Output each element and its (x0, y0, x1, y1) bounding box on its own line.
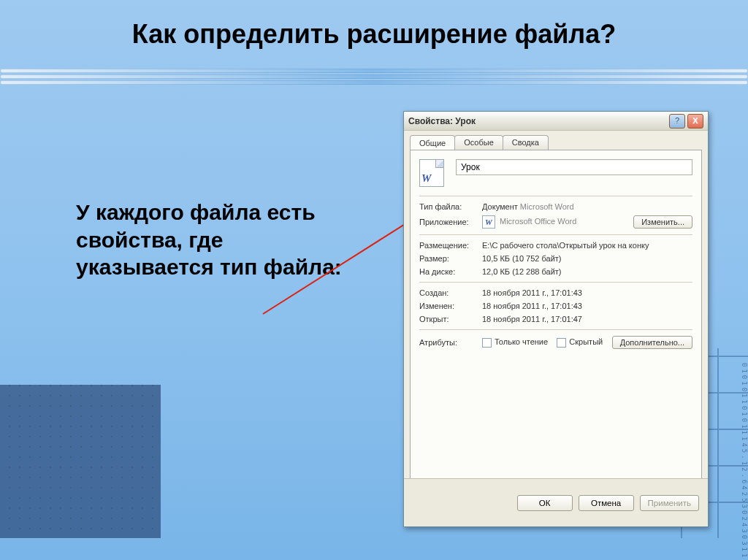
tab-general[interactable]: Общие (410, 135, 455, 150)
value-opened: 18 ноября 2011 г., 17:01:47 (482, 315, 692, 323)
value-location: E:\С рабочего стола\Открытый урок на кон… (482, 241, 692, 250)
tab-panel-general: W Урок Тип файла: Документ Microsoft Wor… (410, 150, 702, 481)
ok-button[interactable]: ОК (517, 495, 573, 511)
decorative-digits: 010101101011145.12.6425302430311131130 (704, 363, 748, 538)
decorative-hbars (0, 69, 748, 93)
word-file-icon: W (419, 159, 444, 187)
dialog-footer: ОК Отмена Применить (404, 478, 708, 526)
value-size: 10,5 КБ (10 752 байт) (482, 254, 692, 263)
value-modified: 18 ноября 2011 г., 17:01:43 (482, 302, 692, 310)
advanced-button[interactable]: Дополнительно... (612, 336, 692, 349)
label-size: Размер: (419, 254, 482, 263)
value-created: 18 ноября 2011 г., 17:01:43 (482, 288, 692, 297)
change-app-button[interactable]: Изменить... (633, 215, 692, 229)
dialog-titlebar[interactable]: Свойства: Урок ? X (404, 112, 708, 131)
label-filetype: Тип файла: (419, 202, 482, 211)
value-app: WMicrosoft Office Word (482, 215, 633, 229)
label-ondisk: На диске: (419, 267, 482, 276)
word-app-icon: W (482, 215, 495, 229)
properties-dialog: Свойства: Урок ? X Общие Особые Сводка W… (403, 111, 709, 527)
label-attrs: Атрибуты: (419, 338, 482, 347)
close-button[interactable]: X (687, 114, 703, 129)
tab-special[interactable]: Особые (454, 135, 503, 150)
tab-summary[interactable]: Сводка (503, 135, 549, 150)
value-filetype: Документ Microsoft Word (482, 202, 692, 211)
slide-body-text: У каждого файла есть свойства, где указы… (76, 199, 361, 281)
tab-bar: Общие Особые Сводка (404, 131, 708, 150)
value-attrs: Только чтение Скрытый (482, 337, 612, 348)
apply-button[interactable]: Применить (640, 495, 699, 511)
decorative-grid-left (0, 385, 161, 538)
label-modified: Изменен: (419, 302, 482, 310)
cancel-button[interactable]: Отмена (579, 495, 634, 511)
label-app: Приложение: (419, 218, 482, 226)
label-location: Размещение: (419, 241, 482, 250)
label-created: Создан: (419, 288, 482, 297)
help-button[interactable]: ? (669, 114, 685, 129)
filename-field[interactable]: Урок (456, 159, 692, 175)
dialog-title: Свойства: Урок (408, 116, 476, 126)
checkbox-readonly[interactable] (482, 338, 492, 348)
label-opened: Открыт: (419, 315, 482, 323)
slide-title: Как определить расширение файла? (0, 19, 748, 50)
value-ondisk: 12,0 КБ (12 288 байт) (482, 267, 692, 276)
checkbox-hidden[interactable] (557, 338, 566, 348)
